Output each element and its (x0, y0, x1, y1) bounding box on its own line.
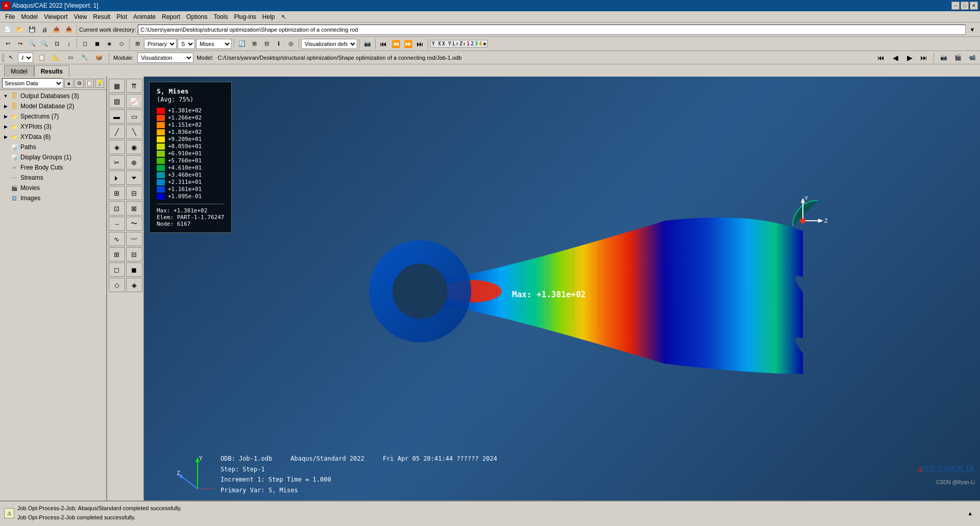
session-copy-btn[interactable]: ⧉ (75, 79, 84, 88)
tool-grid1[interactable]: ⊞ (109, 247, 125, 261)
tree-item-paths[interactable]: ▶ 📊 Paths (0, 142, 106, 152)
tool-anim2[interactable]: ⏷ (126, 171, 142, 185)
render-btn[interactable]: ◎ (285, 38, 297, 50)
export-button[interactable]: 📤 (51, 24, 62, 35)
tool-stress[interactable]: ⊟ (126, 186, 142, 200)
menu-model[interactable]: Model (18, 12, 41, 21)
menu-plugins[interactable]: Plug-ins (231, 12, 259, 21)
menu-help[interactable]: Help (259, 12, 278, 21)
tool-render1[interactable]: ◇ (109, 278, 125, 292)
tool-arrow[interactable]: → (109, 217, 125, 231)
maximize-button[interactable]: □ (961, 2, 969, 10)
tool-line1[interactable]: ╱ (109, 125, 125, 139)
menu-report[interactable]: Report (159, 12, 183, 21)
tool-contour[interactable]: ▦ (109, 79, 125, 93)
3d-btn1[interactable]: ◻ (79, 38, 90, 50)
tool-path[interactable]: 📈 (126, 94, 142, 108)
playback-start[interactable]: ⏮ (378, 38, 389, 50)
frame-prev-btn[interactable]: ◀ (890, 52, 901, 63)
menu-result[interactable]: Result (90, 12, 113, 21)
tool-probe[interactable]: ⊕ (126, 155, 142, 170)
grid-btn[interactable]: ⊞ (249, 38, 260, 50)
redo-button[interactable]: ↪ (14, 38, 26, 50)
s-combo[interactable]: S (178, 39, 195, 49)
3d-btn3[interactable]: ◈ (104, 38, 115, 50)
tool-curve[interactable]: 〜 (126, 217, 142, 231)
import-button[interactable]: 📥 (63, 24, 75, 35)
tool-render2[interactable]: ◈ (126, 278, 142, 292)
tool-3d1[interactable]: ◻ (109, 262, 125, 277)
tool-mesh1[interactable]: ⊡ (109, 201, 125, 216)
refresh-btn[interactable]: 🔄 (236, 38, 248, 50)
tool-wave2[interactable]: 〰 (126, 232, 142, 246)
expand-icon[interactable]: ▶ (2, 123, 9, 130)
directory-input[interactable] (138, 25, 966, 35)
expand-icon[interactable]: ▶ (2, 133, 9, 140)
menu-animate[interactable]: Animate (130, 12, 159, 21)
tool-mesh2[interactable]: ⊠ (126, 201, 142, 216)
cam-btn[interactable]: 📷 (362, 38, 373, 50)
dir-dropdown[interactable]: ▼ (967, 24, 978, 35)
expand-icon[interactable]: ▶ (2, 103, 9, 110)
print-button[interactable]: 🖨 (39, 24, 50, 35)
primary-combo[interactable]: Primary (144, 39, 177, 49)
tool-view1[interactable]: ◈ (109, 140, 125, 154)
minimize-button[interactable]: ─ (951, 2, 960, 10)
info-btn[interactable]: ℹ (273, 38, 284, 50)
session-paste-btn[interactable]: 📋 (85, 79, 94, 88)
tool-line2[interactable]: ╲ (126, 125, 142, 139)
save-button[interactable]: 💾 (27, 24, 38, 35)
tree-item-spectrums[interactable]: ▶ 📁 Spectrums (7) (0, 111, 106, 122)
viz-defaults-combo[interactable]: Visualization defaults (301, 39, 357, 49)
snap-btn2[interactable]: 🎬 (952, 52, 964, 63)
tab-model[interactable]: Model (4, 65, 34, 77)
menu-viewport[interactable]: Viewport (41, 12, 70, 21)
fit-button[interactable]: ⊡ (51, 38, 62, 50)
menu-tools[interactable]: Tools (210, 12, 231, 21)
viewport[interactable]: S, Mises (Avg: 75%) +1.381e+02+1.266e+02… (144, 77, 980, 500)
tree-item-display-groups[interactable]: ▶ 📊 Display Groups (1) (0, 152, 106, 162)
tree-item-images[interactable]: ▶ 🖼 Images (0, 193, 106, 203)
tab-results[interactable]: Results (34, 65, 69, 77)
tool-bar1[interactable]: ▬ (109, 109, 125, 124)
tree-item-model-database[interactable]: ▶ 🗄 Model Database (2) (0, 101, 106, 111)
menu-plot[interactable]: Plot (113, 12, 130, 21)
module-btn2[interactable]: 📐 (51, 52, 62, 63)
zoom-in-button[interactable]: 🔍 (39, 38, 50, 50)
tool-3d2[interactable]: ◼ (126, 262, 142, 277)
menu-view[interactable]: View (71, 12, 90, 21)
playback-prev[interactable]: ⏪ (390, 38, 401, 50)
3d-btn2[interactable]: ◼ (91, 38, 103, 50)
frame-play-btn[interactable]: ▶ (904, 52, 915, 63)
undo-button[interactable]: ↩ (2, 38, 13, 50)
tree-item-movies[interactable]: ▶ 🎬 Movies (0, 183, 106, 193)
session-select[interactable]: Session Data (2, 78, 63, 88)
module-btn3[interactable]: ▭ (65, 52, 76, 63)
tree-item-streams[interactable]: ▶ 〰 Streams (0, 173, 106, 183)
rotate-button[interactable]: ↕ (63, 38, 75, 50)
tool-isosurface[interactable]: ▨ (109, 94, 125, 108)
mises-combo[interactable]: Mises (196, 39, 232, 49)
tool-anim1[interactable]: ⏵ (109, 171, 125, 185)
playback-end[interactable]: ⏭ (414, 38, 426, 50)
menu-options[interactable]: Options (183, 12, 210, 21)
zoom-out-button[interactable]: 🔍 (27, 38, 38, 50)
tree-item-free-body-cuts[interactable]: ▶ ✂ Free Body Cuts (0, 162, 106, 173)
expand-icon[interactable]: ▼ (2, 92, 9, 100)
tool-bar2[interactable]: ▭ (126, 109, 142, 124)
open-button[interactable]: 📂 (14, 24, 26, 35)
snap-btn1[interactable]: 📷 (938, 52, 949, 63)
plot-btn1[interactable]: ⊞ (132, 38, 143, 50)
tool-clip[interactable]: ✂ (109, 155, 125, 170)
tool-grid2[interactable]: ⊟ (126, 247, 142, 261)
tree-item-xydata[interactable]: ▶ 📁 XYData (6) (0, 132, 106, 142)
module-btn4[interactable]: 🔧 (79, 52, 90, 63)
module-btn5[interactable]: 📦 (93, 52, 105, 63)
tool-symbol[interactable]: ⇈ (126, 79, 142, 93)
new-button[interactable]: 📄 (2, 24, 13, 35)
tool-view2[interactable]: ◉ (126, 140, 142, 154)
mesh-btn[interactable]: ⊟ (261, 38, 272, 50)
tool-wave[interactable]: ∿ (109, 232, 125, 246)
3d-btn4[interactable]: ◇ (116, 38, 127, 50)
frame-start-btn[interactable]: ⏮ (875, 52, 887, 63)
